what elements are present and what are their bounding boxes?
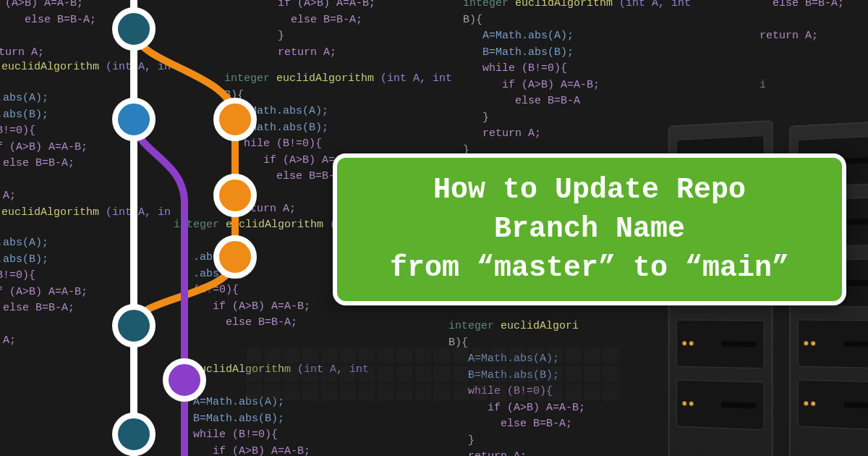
code-text: if (A>B) A=A-B; [488, 402, 585, 414]
code-text: } [482, 111, 489, 124]
rack-unit [676, 379, 765, 430]
code-text: A=Math.abs(A); [482, 30, 574, 42]
code-block-right-1: integer euclidAlgorithm (int A, int B){ … [463, 0, 691, 159]
code-text: integer [463, 0, 509, 9]
git-commit-main [115, 10, 153, 48]
code-text: (int A, int [619, 0, 691, 9]
code-text: (int A, int [380, 72, 452, 85]
code-text: else B=B-A; [501, 418, 572, 430]
code-text: if (A>B) A=A-B; [0, 0, 83, 9]
git-commit-main [115, 415, 153, 453]
code-frag-topright: else B=B-A; return A; i [760, 0, 844, 93]
title-line-2: Branch Name [494, 210, 685, 249]
rack-unit [798, 379, 868, 430]
code-text: B){ [463, 14, 482, 26]
git-commit-main [115, 307, 153, 345]
code-text: return A; [760, 30, 818, 42]
code-text: return A; [0, 46, 44, 59]
title-line-1: How to Update Repo [433, 171, 746, 210]
git-commit-feature [216, 177, 254, 214]
code-text: if (A>B) A=A-B; [502, 79, 600, 91]
rack-unit [798, 320, 868, 369]
git-commit-feature [216, 238, 254, 276]
code-text: return A; [482, 127, 541, 140]
git-commit-main [115, 101, 153, 138]
title-card: How to Update Repo Branch Name from “mas… [333, 153, 846, 305]
code-text: return A; [468, 450, 527, 456]
git-commit-other [166, 361, 203, 399]
git-track-other [134, 119, 184, 456]
code-text: B){ [448, 337, 468, 349]
git-commit-feature [216, 101, 254, 138]
code-text: B=Math.abs(B); [482, 46, 574, 59]
code-text: euclidAlgorithm [515, 0, 613, 9]
code-text: while (B!=0){ [482, 62, 567, 75]
title-line-3: from “master” to “main” [390, 249, 789, 288]
git-graph [72, 0, 362, 456]
code-text: else B=B-A; [773, 0, 844, 9]
code-text: integer [448, 320, 494, 332]
rack-unit [676, 320, 765, 369]
code-text: } [468, 434, 475, 447]
